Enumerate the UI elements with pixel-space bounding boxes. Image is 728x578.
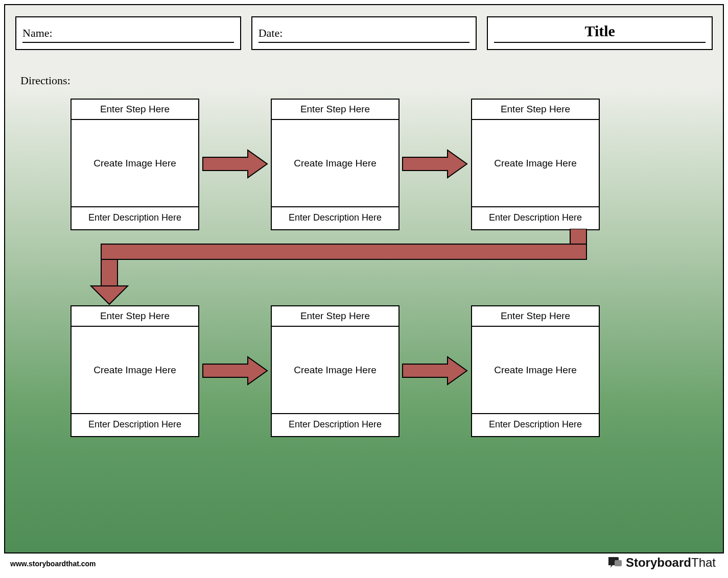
svg-rect-4 xyxy=(101,259,118,286)
directions-label: Directions: xyxy=(20,74,71,87)
step-description[interactable]: Enter Description Here xyxy=(472,207,599,229)
arrow-wrap-icon xyxy=(71,229,600,305)
svg-rect-2 xyxy=(570,229,586,244)
step-image-placeholder[interactable]: Create Image Here xyxy=(72,327,198,414)
step-title[interactable]: Enter Step Here xyxy=(72,306,198,327)
arrow-right-icon xyxy=(202,148,268,180)
page: Name: Date: Title Directions: Enter Step… xyxy=(0,0,728,578)
title-field[interactable]: Title xyxy=(487,16,713,50)
step-description[interactable]: Enter Description Here xyxy=(472,414,599,436)
step-title[interactable]: Enter Step Here xyxy=(472,306,599,327)
header-row: Name: Date: Title xyxy=(15,16,713,50)
step-title[interactable]: Enter Step Here xyxy=(272,100,398,120)
step-card-6[interactable]: Enter Step Here Create Image Here Enter … xyxy=(471,305,600,437)
logo-light: That xyxy=(691,556,716,569)
svg-marker-5 xyxy=(91,286,128,304)
worksheet-canvas: Name: Date: Title Directions: Enter Step… xyxy=(4,4,724,553)
arrow-right-icon xyxy=(202,355,268,387)
footer-logo: StoryboardThat xyxy=(607,556,716,570)
arrow-right-icon xyxy=(402,355,468,387)
step-image-placeholder[interactable]: Create Image Here xyxy=(472,327,599,414)
footer-url: www.storyboardthat.com xyxy=(10,560,96,568)
title-underline xyxy=(494,42,706,43)
step-description[interactable]: Enter Description Here xyxy=(272,207,398,229)
step-image-placeholder[interactable]: Create Image Here xyxy=(272,327,398,414)
step-description[interactable]: Enter Description Here xyxy=(72,414,198,436)
step-card-4[interactable]: Enter Step Here Create Image Here Enter … xyxy=(71,305,199,437)
title-text: Title xyxy=(584,22,615,40)
step-card-1[interactable]: Enter Step Here Create Image Here Enter … xyxy=(71,99,199,230)
step-image-placeholder[interactable]: Create Image Here xyxy=(72,120,198,207)
svg-marker-1 xyxy=(403,150,467,178)
step-card-3[interactable]: Enter Step Here Create Image Here Enter … xyxy=(471,99,600,230)
step-card-5[interactable]: Enter Step Here Create Image Here Enter … xyxy=(271,305,400,437)
step-card-2[interactable]: Enter Step Here Create Image Here Enter … xyxy=(271,99,400,230)
name-label: Name: xyxy=(22,27,53,40)
svg-marker-7 xyxy=(403,357,467,384)
step-title[interactable]: Enter Step Here xyxy=(272,306,398,327)
svg-rect-8 xyxy=(615,560,622,566)
name-underline xyxy=(22,42,234,43)
date-field[interactable]: Date: xyxy=(251,16,477,50)
date-underline xyxy=(259,42,470,43)
date-label: Date: xyxy=(259,27,283,40)
step-title[interactable]: Enter Step Here xyxy=(472,100,599,120)
step-image-placeholder[interactable]: Create Image Here xyxy=(472,120,599,207)
step-image-placeholder[interactable]: Create Image Here xyxy=(272,120,398,207)
svg-marker-0 xyxy=(203,150,267,178)
step-title[interactable]: Enter Step Here xyxy=(72,100,198,120)
svg-rect-3 xyxy=(101,244,586,259)
svg-marker-6 xyxy=(203,357,267,384)
arrow-right-icon xyxy=(402,148,468,180)
step-description[interactable]: Enter Description Here xyxy=(272,414,398,436)
step-description[interactable]: Enter Description Here xyxy=(72,207,198,229)
logo-text: StoryboardThat xyxy=(626,556,716,570)
storyboard-icon xyxy=(607,556,623,569)
logo-bold: Storyboard xyxy=(626,556,691,569)
name-field[interactable]: Name: xyxy=(15,16,241,50)
